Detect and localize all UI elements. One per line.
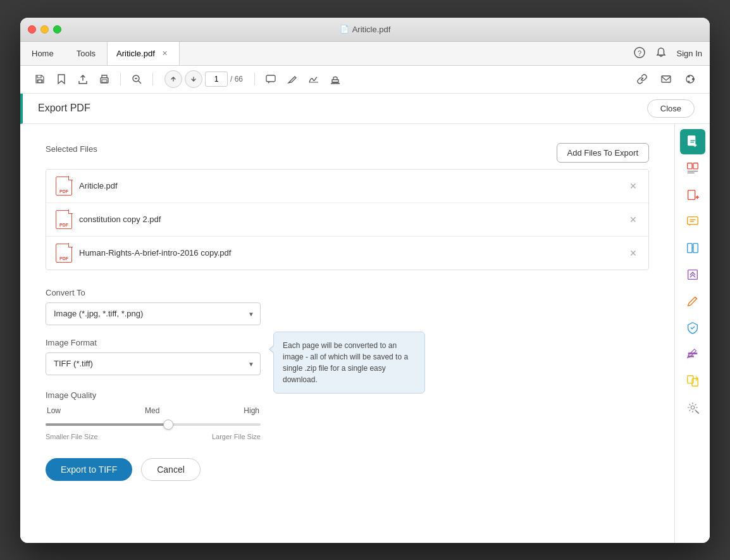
files-list: PDF Ariticle.pdf ✕ PDF constitution copy	[46, 169, 649, 270]
format-select-wrapper: TIFF (*.tiff) JPEG (*.jpg) PNG (*.png) ▼	[46, 352, 261, 375]
pdf-title-icon: 📄	[340, 25, 349, 34]
tab-ariticle[interactable]: Ariticle.pdf ✕	[107, 42, 180, 65]
format-section: Image Format TIFF (*.tiff) JPEG (*.jpg) …	[46, 338, 649, 375]
format-tooltip: Each page will be converted to an image …	[273, 332, 425, 394]
tools-nav-btn[interactable]: Tools	[65, 42, 107, 65]
titlebar: 📄 Ariticle.pdf	[20, 18, 710, 42]
svg-rect-21	[688, 190, 695, 199]
email-icon[interactable]	[657, 70, 676, 89]
page-total: / 66	[230, 75, 243, 84]
page-down-btn[interactable]	[185, 70, 202, 88]
export-pdf-title: Export PDF	[38, 103, 647, 114]
convert-to-label: Convert To	[46, 288, 649, 297]
export-pdf-header: Export PDF Close	[20, 94, 710, 124]
quality-sublabels: Smaller File Size Larger File Size	[46, 433, 261, 440]
page-input[interactable]	[205, 72, 228, 87]
sidebar-tools-icon[interactable]	[680, 395, 705, 420]
pdf-icon-3: PDF	[55, 243, 73, 263]
convert-section: Convert To Image (*.jpg, *.tiff, *.png) …	[46, 288, 649, 325]
toolbar: / 66	[20, 66, 710, 94]
file-item-1: PDF Ariticle.pdf ✕	[46, 170, 648, 203]
files-header: Selected Files Add Files To Export	[46, 143, 649, 163]
quality-low-label: Low	[47, 406, 61, 415]
navbar: Home Tools Ariticle.pdf ✕ ? Sign In	[20, 42, 710, 66]
page-nav: / 66	[164, 70, 243, 88]
right-sidebar	[674, 124, 710, 543]
pen-tool-icon[interactable]	[283, 70, 302, 89]
save-icon[interactable]	[30, 70, 49, 89]
svg-rect-11	[662, 76, 671, 82]
svg-point-13	[692, 78, 695, 80]
format-select[interactable]: TIFF (*.tiff) JPEG (*.jpg) PNG (*.png)	[46, 352, 261, 375]
svg-rect-27	[687, 243, 691, 252]
export-tiff-btn[interactable]: Export to TIFF	[46, 458, 132, 481]
svg-rect-28	[693, 243, 697, 252]
file-remove-3[interactable]: ✕	[627, 247, 640, 259]
svg-point-15	[688, 81, 690, 83]
larger-file-label: Larger File Size	[212, 433, 261, 440]
maximize-window-btn[interactable]	[53, 25, 61, 34]
convert-select-wrapper: Image (*.jpg, *.tiff, *.png) Microsoft W…	[46, 302, 261, 325]
upload-icon[interactable]	[73, 70, 92, 89]
svg-rect-2	[38, 80, 42, 83]
share-icon[interactable]	[681, 70, 700, 89]
close-export-btn[interactable]: Close	[647, 99, 695, 118]
print-icon[interactable]	[95, 70, 114, 89]
nav-right: ? Sign In	[626, 42, 710, 65]
notifications-btn[interactable]	[655, 47, 667, 60]
close-window-btn[interactable]	[28, 25, 36, 34]
svg-text:?: ?	[637, 49, 641, 56]
add-files-btn[interactable]: Add Files To Export	[557, 143, 649, 163]
convert-to-select[interactable]: Image (*.jpg, *.tiff, *.png) Microsoft W…	[46, 302, 261, 325]
toolbar-right	[633, 70, 700, 89]
svg-rect-24	[687, 216, 698, 224]
pdf-icon-2: PDF	[55, 209, 73, 230]
content-panel: Selected Files Add Files To Export PDF A…	[20, 124, 674, 543]
quality-high-label: High	[244, 406, 259, 415]
sidebar-edit-icon[interactable]	[680, 289, 705, 314]
action-buttons: Export to TIFF Cancel	[46, 458, 649, 481]
tab-close-btn[interactable]: ✕	[160, 48, 170, 58]
signature-icon[interactable]	[304, 70, 323, 89]
smaller-file-label: Smaller File Size	[46, 433, 98, 440]
sidebar-convert-icon[interactable]	[680, 368, 705, 394]
file-remove-1[interactable]: ✕	[627, 180, 640, 192]
window-title: 📄 Ariticle.pdf	[340, 25, 391, 34]
svg-rect-18	[693, 163, 697, 168]
minimize-window-btn[interactable]	[40, 25, 49, 34]
bookmark-icon[interactable]	[52, 70, 71, 89]
svg-line-36	[696, 411, 698, 413]
sidebar-add-pdf-icon[interactable]	[680, 182, 705, 208]
zoom-icon[interactable]	[127, 70, 146, 89]
link-icon[interactable]	[633, 70, 652, 89]
svg-rect-4	[102, 80, 107, 82]
quality-section: Image Quality Low Med High	[46, 390, 649, 440]
help-btn[interactable]: ?	[634, 47, 645, 60]
cancel-btn[interactable]: Cancel	[141, 458, 201, 481]
tab-label: Ariticle.pdf	[116, 49, 155, 58]
sidebar-organize-icon[interactable]	[680, 156, 705, 181]
home-nav-btn[interactable]: Home	[20, 42, 65, 65]
page-up-btn[interactable]	[164, 70, 182, 88]
sidebar-compress-icon[interactable]	[680, 262, 705, 287]
file-remove-2[interactable]: ✕	[627, 213, 640, 226]
file-item-2: PDF constitution copy 2.pdf ✕	[46, 203, 648, 237]
app-window: 📄 Ariticle.pdf Home Tools Ariticle.pdf ✕…	[20, 18, 710, 543]
file-name-1: Ariticle.pdf	[79, 181, 621, 190]
file-name-3: Human-Rights-A-brief-intro-2016 copy.pdf	[79, 248, 621, 258]
sidebar-comment-icon[interactable]	[680, 209, 705, 234]
sidebar-export-pdf-icon[interactable]	[680, 129, 705, 154]
pdf-icon-1: PDF	[55, 176, 73, 196]
nav-left: Home Tools Ariticle.pdf ✕	[20, 42, 180, 65]
stamp-icon[interactable]	[326, 70, 345, 89]
svg-rect-17	[687, 163, 691, 168]
sidebar-redact-icon[interactable]	[680, 342, 705, 367]
selected-files-label: Selected Files	[46, 144, 97, 154]
sidebar-split-icon[interactable]	[680, 235, 705, 261]
comment-tool-icon[interactable]	[261, 70, 280, 89]
sign-in-btn[interactable]: Sign In	[677, 49, 702, 58]
svg-point-14	[688, 76, 690, 78]
sidebar-protect-icon[interactable]	[680, 315, 705, 340]
quality-labels: Low Med High	[46, 406, 261, 415]
toolbar-sep-3	[254, 73, 255, 85]
